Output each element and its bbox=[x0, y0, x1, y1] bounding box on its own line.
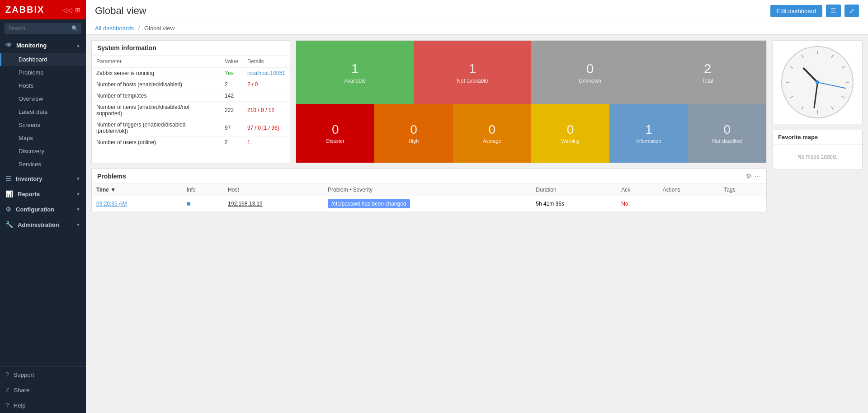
host-link[interactable]: 192.168.13.19 bbox=[228, 201, 263, 207]
nav-bottom-share[interactable]: Z Share bbox=[0, 382, 86, 398]
sidebar-item-overview[interactable]: Overview bbox=[0, 92, 86, 105]
search-input[interactable] bbox=[5, 23, 81, 34]
collapse-icon[interactable]: ◁◁ bbox=[62, 6, 72, 14]
col-time: Time ▼ bbox=[92, 184, 182, 196]
value-cell: Yes bbox=[220, 68, 243, 79]
help-label: Help bbox=[14, 402, 26, 409]
clock-tick bbox=[845, 82, 849, 83]
fullscreen-button[interactable]: ⤢ bbox=[844, 5, 859, 17]
clock-tick bbox=[841, 96, 845, 99]
actions-cell bbox=[658, 196, 720, 212]
nav-section-administration[interactable]: 🔧 Administration ▼ bbox=[0, 217, 86, 232]
administration-icon: 🔧 bbox=[5, 221, 13, 228]
sev-num: 0 bbox=[410, 123, 417, 137]
top-row: System information Parameter Value Detai… bbox=[91, 40, 767, 163]
col-duration: Duration bbox=[531, 184, 617, 196]
table-row: Number of templates 142 bbox=[92, 90, 290, 102]
edit-dashboard-button[interactable]: Edit dashboard bbox=[770, 5, 822, 17]
sidebar: ZABBIX ◁◁ ⊞ 🔍 👁 Monitoring ▲ Dashboard P… bbox=[0, 0, 86, 413]
problems-tbody: 09:20:35 AM 192.168.13.19 /etc/passwd ha… bbox=[92, 196, 766, 212]
sidebar-item-latest-data[interactable]: Latest data bbox=[0, 105, 86, 118]
col-parameter: Parameter bbox=[92, 56, 220, 68]
param-cell: Number of hosts (enabled/disabled) bbox=[92, 79, 220, 90]
problems-title: Problems bbox=[97, 173, 126, 180]
severity-grid: 0Disaster0High0Average0Warning1Informati… bbox=[296, 104, 766, 163]
sev-label: Average bbox=[483, 138, 501, 144]
monitoring-label: Monitoring bbox=[16, 42, 47, 49]
problems-section: Problems ⚙ ⋯ Time ▼ Info Host Problem • … bbox=[91, 169, 767, 212]
param-cell: Number of items (enabled/disabled/not su… bbox=[92, 102, 220, 119]
param-cell: Number of triggers (enabled/disabled [pr… bbox=[92, 119, 220, 137]
clock-face bbox=[781, 46, 854, 118]
menu-icon-button[interactable]: ☰ bbox=[826, 5, 841, 17]
share-icon: Z bbox=[5, 386, 9, 394]
problems-settings-icon[interactable]: ⚙ bbox=[746, 173, 752, 180]
overview-label: Overview bbox=[19, 95, 43, 102]
nav-bottom-help[interactable]: ? Help bbox=[0, 398, 86, 413]
avail-cell: 1Not available bbox=[414, 41, 531, 104]
col-value: Value bbox=[220, 56, 243, 68]
nav-section-monitoring[interactable]: 👁 Monitoring ▲ bbox=[0, 38, 86, 53]
tags-cell bbox=[719, 196, 766, 212]
clock-tick bbox=[831, 106, 834, 110]
sidebar-item-dashboard[interactable]: Dashboard bbox=[0, 53, 86, 66]
inventory-icon: ☰ bbox=[5, 175, 11, 182]
sev-cell: 0Disaster bbox=[296, 104, 374, 163]
monitoring-icon: 👁 bbox=[5, 42, 12, 49]
sev-num: 0 bbox=[567, 123, 574, 137]
dashboard-label: Dashboard bbox=[19, 56, 47, 63]
nav-section-reports[interactable]: 📊 Reports ▼ bbox=[0, 186, 86, 202]
problems-more-icon[interactable]: ⋯ bbox=[755, 173, 761, 180]
sev-num: 0 bbox=[489, 123, 496, 137]
duration-cell: 5h 41m 36s bbox=[531, 196, 617, 212]
grid-icon[interactable]: ⊞ bbox=[75, 6, 80, 14]
col-info: Info bbox=[182, 184, 223, 196]
sev-cell: 0High bbox=[374, 104, 453, 163]
reports-label: Reports bbox=[18, 191, 40, 197]
topbar-actions: Edit dashboard ☰ ⤢ bbox=[770, 5, 859, 17]
ack-cell: No bbox=[617, 196, 658, 212]
avail-label: Unknown bbox=[579, 78, 601, 84]
status-panel: 1Available1Not available0Unknown2Total 0… bbox=[296, 40, 767, 163]
time-link[interactable]: 09:20:35 AM bbox=[96, 201, 127, 207]
sidebar-item-discovery[interactable]: Discovery bbox=[0, 145, 86, 158]
clock-tick bbox=[790, 66, 793, 69]
sev-label: Information bbox=[636, 138, 661, 144]
help-icon: ? bbox=[5, 402, 9, 409]
sev-label: Not classified bbox=[712, 138, 742, 144]
problems-label: Problems bbox=[19, 69, 43, 76]
info-dot bbox=[187, 202, 190, 206]
sev-cell: 0Average bbox=[453, 104, 531, 163]
nav-section-configuration[interactable]: ⚙ Configuration ▼ bbox=[0, 202, 86, 217]
value-cell: 222 bbox=[220, 102, 243, 119]
sysinfo-tbody: Zabbix server is running Yes localhost:1… bbox=[92, 68, 290, 148]
minute-hand bbox=[813, 82, 818, 108]
sidebar-item-screens[interactable]: Screens bbox=[0, 118, 86, 131]
sidebar-item-hosts[interactable]: Hosts bbox=[0, 79, 86, 92]
breadcrumb-all-dashboards[interactable]: All dashboards bbox=[95, 25, 134, 32]
sidebar-item-problems[interactable]: Problems bbox=[0, 66, 86, 79]
clock-card bbox=[772, 40, 863, 124]
content: System information Parameter Value Detai… bbox=[86, 35, 868, 413]
sev-cell: 0Not classified bbox=[688, 104, 766, 163]
value-cell: 97 bbox=[220, 119, 243, 137]
col-actions: Actions bbox=[658, 184, 720, 196]
left-panel: System information Parameter Value Detai… bbox=[91, 40, 767, 408]
time-cell: 09:20:35 AM bbox=[92, 196, 182, 212]
col-details: Details bbox=[243, 56, 290, 68]
support-icon: ? bbox=[5, 371, 9, 378]
sev-num: 0 bbox=[724, 123, 731, 137]
detail-cell: 2 / 0 bbox=[243, 79, 290, 90]
sev-cell: 1Information bbox=[609, 104, 688, 163]
inventory-arrow: ▼ bbox=[76, 176, 80, 181]
breadcrumb-current: Global view bbox=[144, 25, 175, 32]
nav-section-inventory[interactable]: ☰ Inventory ▼ bbox=[0, 171, 86, 186]
configuration-icon: ⚙ bbox=[5, 206, 11, 213]
host-cell: 192.168.13.19 bbox=[223, 196, 323, 212]
table-row: Number of items (enabled/disabled/not su… bbox=[92, 102, 290, 119]
sidebar-item-maps[interactable]: Maps bbox=[0, 131, 86, 145]
sidebar-item-services[interactable]: Services bbox=[0, 158, 86, 171]
problem-highlight[interactable]: /etc/passwd has been changed bbox=[328, 199, 410, 208]
nav-bottom-support[interactable]: ? Support bbox=[0, 367, 86, 382]
search-icon: 🔍 bbox=[71, 25, 78, 32]
